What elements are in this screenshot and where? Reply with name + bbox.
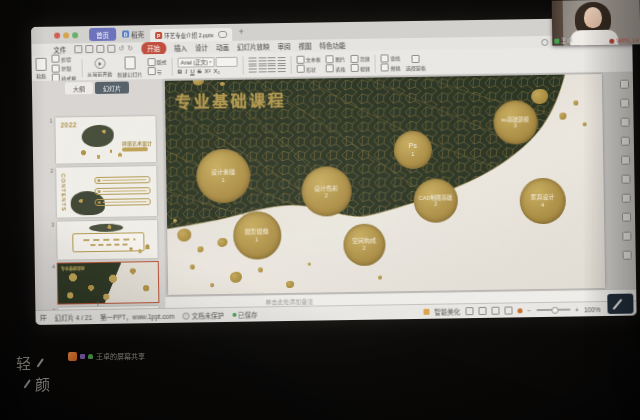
layout-button[interactable]: 版式 — [147, 58, 167, 66]
replace-button[interactable]: 替换 — [381, 63, 401, 71]
indent-icon[interactable] — [268, 65, 276, 72]
new-tab-button[interactable]: + — [239, 28, 244, 37]
rail-layer-icon[interactable] — [622, 194, 631, 203]
superscript-button[interactable]: X² — [204, 68, 210, 74]
align-left-icon[interactable] — [249, 57, 257, 64]
textbox-button[interactable]: 文本框 — [296, 55, 321, 63]
bold-button[interactable]: B — [178, 69, 182, 75]
current-slide[interactable]: 专业基础课程 设计素描 1 设计色彩 2 摄影摄像 1 — [165, 74, 605, 295]
slide-thumbnail-1[interactable]: 1 2022 环境艺术设计 — [46, 116, 156, 164]
bullet-list-icon[interactable] — [249, 66, 257, 73]
menu-tab-home[interactable]: 开始 — [141, 41, 166, 54]
menu-tab-features[interactable]: 特色功能 — [319, 40, 345, 50]
thumbnail-leaf-art — [82, 125, 114, 147]
maximize-button[interactable] — [72, 32, 78, 38]
photo-background: 首页 D 稻壳 P 环艺专业介绍 2.pptx + 文件 ↺ ↻ — [0, 0, 640, 420]
menu-tab-view[interactable]: 视图 — [298, 41, 311, 51]
line-spacing-icon[interactable] — [277, 65, 285, 72]
slide-number: 3 — [48, 222, 55, 260]
italic-button[interactable]: I — [185, 69, 187, 75]
rail-color-icon[interactable] — [621, 156, 630, 165]
zoom-slider-knob[interactable] — [551, 307, 558, 314]
save-icon[interactable] — [74, 45, 82, 53]
underline-button[interactable]: U — [190, 69, 194, 75]
zoom-slider[interactable] — [536, 309, 570, 311]
picture-button[interactable]: 图片 — [326, 55, 346, 63]
redo-icon[interactable]: ↻ — [127, 45, 133, 51]
grid-view-icon[interactable] — [41, 315, 47, 321]
notes-placeholder: 单击此处添加备注 — [265, 296, 313, 306]
close-button[interactable] — [54, 32, 60, 38]
align-right-icon[interactable] — [268, 57, 276, 64]
zoom-in-button[interactable]: + — [575, 306, 579, 313]
font-size-select[interactable] — [216, 57, 238, 67]
outline-tab[interactable]: 大纲 — [65, 82, 93, 94]
rail-notes-icon[interactable] — [622, 213, 631, 222]
normal-view-icon[interactable] — [465, 307, 473, 315]
slide-counter: 幻灯片 4 / 21 — [54, 312, 92, 323]
menu-tab-review[interactable]: 审阅 — [278, 41, 291, 51]
slide-thumbnail-3[interactable]: 3 — [48, 220, 158, 260]
audio-button[interactable]: 音频 — [350, 54, 370, 62]
screen-share-taskbar-item[interactable]: 王卓的屏幕共享 — [68, 351, 145, 361]
align-center-icon[interactable] — [258, 57, 266, 64]
video-call-overlay[interactable]: 王卓 WPS_14 — [552, 0, 640, 46]
new-slide-button[interactable]: 新建幻灯片 — [117, 56, 142, 77]
justify-icon[interactable] — [277, 57, 285, 64]
reading-view-icon[interactable] — [491, 307, 499, 315]
sorter-view-icon[interactable] — [478, 307, 486, 315]
copy-button[interactable]: 复制 — [52, 64, 77, 72]
selection-pane-button[interactable]: 选择窗格 — [405, 54, 425, 70]
rail-align-icon[interactable] — [621, 175, 630, 184]
font-name-select[interactable]: Arial (正文) ▾ — [178, 57, 215, 68]
video-button[interactable]: 视频 — [350, 64, 370, 72]
print-icon[interactable] — [96, 45, 104, 53]
new-slide-icon — [124, 56, 135, 69]
add-slide-button[interactable]: + — [95, 299, 100, 309]
minimize-button[interactable] — [63, 32, 69, 38]
rail-more-icon[interactable] — [623, 251, 632, 260]
cut-button[interactable]: 剪切 — [51, 54, 76, 62]
undo-icon[interactable]: ↺ — [118, 46, 124, 52]
play-slideshow-button[interactable] — [607, 294, 633, 314]
slideshow-view-icon[interactable] — [504, 306, 512, 314]
beautify-button[interactable]: 智能美化 — [434, 306, 460, 316]
rail-shape-icon[interactable] — [621, 137, 630, 146]
rail-paste-icon[interactable] — [620, 99, 629, 108]
cloud-upload-icon[interactable] — [218, 31, 227, 38]
participant-face — [584, 7, 602, 28]
subscript-button[interactable]: X₂ — [213, 68, 219, 74]
slide-thumbnail-4-current[interactable]: 4 专业基础课程 — [49, 262, 159, 304]
tab-docer[interactable]: D 稻壳 — [122, 29, 144, 39]
tab-docer-label: 稻壳 — [131, 29, 144, 39]
menu-tab-design[interactable]: 设计 — [195, 42, 208, 52]
zoom-out-button[interactable]: − — [527, 307, 531, 314]
menu-tab-insert[interactable]: 插入 — [174, 43, 187, 53]
section-button[interactable]: 节 — [147, 67, 167, 75]
slide-title[interactable]: 专业基础课程 — [175, 87, 286, 113]
slide-thumbnail-2[interactable]: 2 CONTENTS — [47, 166, 157, 218]
number-list-icon[interactable] — [258, 66, 266, 73]
tab-file-document[interactable]: P 环艺专业介绍 2.pptx — [150, 28, 232, 42]
menu-tab-slideshow[interactable]: 幻灯片放映 — [237, 41, 270, 52]
shape-button[interactable]: 形状 — [296, 65, 321, 73]
tab-home[interactable]: 首页 — [89, 28, 116, 41]
paste-button[interactable]: 粘贴 — [35, 58, 46, 79]
rail-format-icon[interactable] — [620, 118, 629, 127]
thumbnail-title-text: 环境艺术设计 — [122, 139, 152, 146]
table-button[interactable]: 表格 — [326, 64, 346, 72]
rail-copy-icon[interactable] — [620, 80, 629, 89]
preview-icon[interactable] — [107, 45, 115, 53]
rail-comment-icon[interactable] — [622, 232, 631, 241]
find-button[interactable]: 查找 — [381, 54, 401, 62]
strikethrough-button[interactable]: S — [197, 69, 201, 75]
participant-mini-icon — [80, 354, 85, 359]
audio-label: 音频 — [360, 55, 370, 62]
output-icon[interactable] — [85, 45, 93, 53]
record-icon[interactable] — [517, 308, 522, 313]
menu-file[interactable]: 文件 — [53, 44, 66, 54]
slides-tab[interactable]: 幻灯片 — [95, 81, 129, 94]
menu-tab-animation[interactable]: 动画 — [216, 42, 229, 52]
play-from-current-button[interactable]: 从当前开始 — [87, 58, 112, 77]
protection-status[interactable]: i 文档未保护 — [182, 310, 224, 321]
